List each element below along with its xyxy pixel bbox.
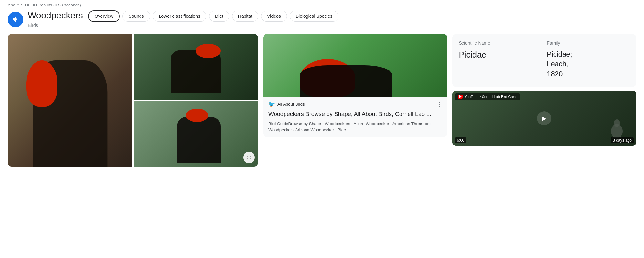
results-count-bar: About 7,000,000 results (0.58 seconds) [0, 0, 644, 10]
info-panel: Scientific Name Family Picidae Picidae; … [452, 34, 637, 167]
speaker-icon [12, 16, 19, 23]
scientific-name-value: Picidae [459, 49, 542, 60]
card-image[interactable] [263, 34, 447, 97]
expand-images-button[interactable] [243, 152, 255, 163]
video-thumbnail: YouTube • Cornell Lab Bird Cams ▶ 6:06 3… [452, 91, 637, 146]
tab-habitat[interactable]: Habitat [232, 11, 258, 22]
video-source-badge: YouTube • Cornell Lab Bird Cams [455, 93, 520, 100]
video-source-text: YouTube • Cornell Lab Bird Cams [465, 95, 518, 99]
expand-icon [246, 155, 252, 160]
image-mosaic [8, 34, 258, 167]
play-button[interactable]: ▶ [537, 111, 551, 125]
family-header: Family [547, 40, 630, 46]
speaker-button[interactable] [8, 12, 23, 27]
tab-lower-classifications[interactable]: Lower classifications [153, 11, 206, 22]
main-image[interactable] [8, 34, 132, 167]
tab-sounds[interactable]: Sounds [122, 11, 150, 22]
tab-videos[interactable]: Videos [261, 11, 287, 22]
play-icon: ▶ [542, 115, 546, 122]
tab-overview[interactable]: Overview [88, 10, 120, 22]
taxonomy-table: Scientific Name Family Picidae Picidae; … [452, 34, 637, 87]
source-flag-icon: 🐦 [268, 101, 275, 107]
svg-point-1 [614, 119, 620, 127]
page-title: Woodpeckers [28, 10, 83, 21]
article-card: 🐦 All About Birds ⋮ Woodpeckers Browse b… [263, 34, 447, 137]
scientific-name-header: Scientific Name [459, 40, 542, 46]
video-age: 3 days ago [611, 137, 634, 143]
video-card[interactable]: YouTube • Cornell Lab Bird Cams ▶ 6:06 3… [452, 91, 637, 146]
video-duration: 6:06 [455, 137, 466, 143]
card-more-icon[interactable]: ⋮ [436, 101, 442, 108]
family-value: Picidae; Leach, 1820 [547, 49, 630, 79]
card-description: Bird GuideBrowse by Shape · Woodpeckers … [268, 121, 442, 133]
subtitle-text: Birds [28, 23, 38, 28]
card-title[interactable]: Woodpeckers Browse by Shape, All About B… [268, 111, 442, 118]
image-top-right[interactable] [134, 34, 258, 100]
tab-diet[interactable]: Diet [209, 11, 229, 22]
youtube-icon [458, 95, 463, 99]
source-name: All About Birds [277, 102, 305, 107]
bird-silhouette-icon [607, 117, 627, 139]
results-count: About 7,000,000 results (0.58 seconds) [0, 0, 644, 10]
tab-biological-species[interactable]: Biological Species [290, 11, 339, 22]
subtitle-more-icon[interactable]: ⋮ [40, 22, 46, 29]
image-bottom-right[interactable] [134, 101, 258, 167]
